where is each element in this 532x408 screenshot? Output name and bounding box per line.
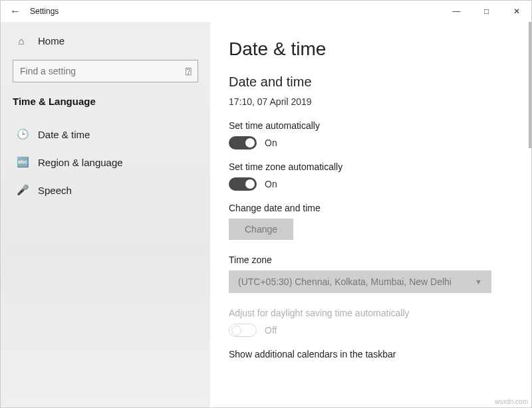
sidebar-item-label: Speech	[38, 185, 72, 196]
section-title: Date and time	[229, 74, 511, 90]
language-icon: 🔤	[17, 156, 29, 168]
current-datetime: 17:10, 07 April 2019	[229, 96, 511, 107]
home-icon: ⌂	[15, 35, 27, 47]
set-time-auto-label: Set time automatically	[229, 120, 511, 131]
set-time-auto-toggle[interactable]	[229, 136, 257, 150]
daylight-label: Adjust for daylight saving time automati…	[229, 308, 511, 318]
search-input[interactable]	[20, 66, 186, 76]
title-bar: ← Settings — □ ✕	[1, 1, 531, 22]
set-tz-auto-toggle-row: On	[229, 177, 511, 191]
set-time-auto-value: On	[265, 138, 277, 148]
scrollbar-thumb[interactable]	[529, 22, 531, 148]
scrollbar-track[interactable]	[527, 22, 531, 407]
page-title: Date & time	[229, 39, 511, 60]
minimize-button[interactable]: —	[442, 1, 471, 21]
timezone-dropdown: (UTC+05:30) Chennai, Kolkata, Mumbai, Ne…	[229, 270, 491, 293]
daylight-value: Off	[265, 325, 277, 336]
sidebar-item-label: Region & language	[38, 157, 123, 168]
close-button[interactable]: ✕	[501, 1, 531, 21]
content-pane: Date & time Date and time 17:10, 07 Apri…	[210, 22, 531, 407]
daylight-toggle-row: Off	[229, 324, 511, 337]
change-button: Change	[229, 219, 293, 240]
home-label: Home	[38, 35, 65, 47]
watermark: wsxdn.com	[495, 398, 528, 405]
timezone-label: Time zone	[229, 255, 511, 265]
sidebar-item-date-time[interactable]: 🕒 Date & time	[13, 120, 198, 148]
set-tz-auto-toggle[interactable]	[229, 177, 257, 191]
sidebar-item-region-language[interactable]: 🔤 Region & language	[13, 148, 198, 176]
set-tz-auto-label: Set time zone automatically	[229, 161, 511, 172]
set-tz-auto-value: On	[265, 179, 277, 189]
change-dt-label: Change date and time	[229, 203, 511, 213]
maximize-button[interactable]: □	[471, 1, 501, 21]
sidebar-item-speech[interactable]: 🎤 Speech	[13, 176, 198, 204]
sidebar: ⌂ Home ⍰ Time & Language 🕒 Date & time 🔤…	[1, 22, 210, 407]
back-button[interactable]: ←	[6, 5, 25, 17]
sidebar-item-label: Date & time	[38, 129, 90, 140]
additional-calendars-label: Show additional calendars in the taskbar	[229, 349, 511, 359]
window-title: Settings	[30, 7, 59, 16]
set-time-auto-toggle-row: On	[229, 136, 511, 150]
search-box[interactable]: ⍰	[13, 60, 198, 82]
home-link[interactable]: ⌂ Home	[13, 29, 198, 53]
chevron-down-icon: ▼	[475, 278, 482, 286]
category-header: Time & Language	[13, 96, 198, 107]
daylight-toggle	[229, 324, 257, 337]
search-icon: ⍰	[186, 66, 191, 76]
microphone-icon: 🎤	[17, 184, 29, 196]
timezone-value: (UTC+05:30) Chennai, Kolkata, Mumbai, Ne…	[238, 276, 452, 287]
clock-icon: 🕒	[17, 128, 29, 140]
